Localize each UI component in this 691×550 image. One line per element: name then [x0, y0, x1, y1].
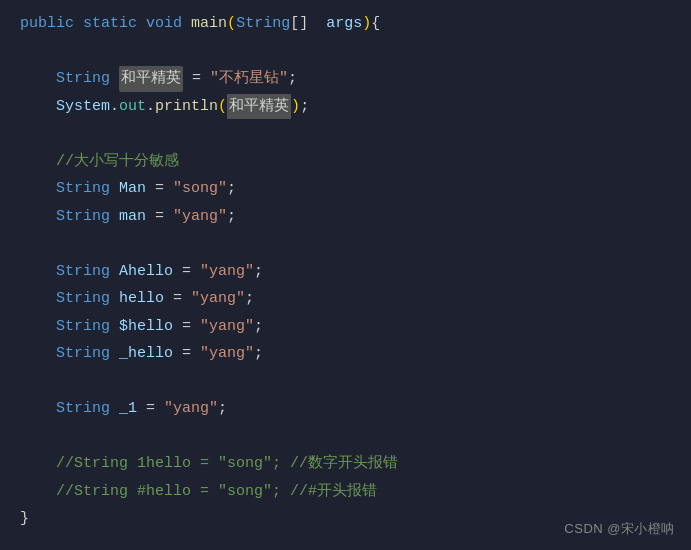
code-line-println: System . out . println ( 和平精英 ) ; — [0, 93, 691, 121]
string-yang-3: "yang" — [191, 286, 245, 312]
string-yang-5: "yang" — [200, 341, 254, 367]
watermark: CSDN @宋小橙呐 — [564, 520, 675, 538]
code-line-blank-2 — [0, 120, 691, 148]
comment-1hello: //String 1hello = "song"; //数字开头报错 — [56, 451, 398, 477]
comment-hashello: //String #hello = "song"; //#开头报错 — [56, 479, 377, 505]
code-line-comment-case: //大小写十分敏感 — [0, 148, 691, 176]
string-song-1: "song" — [173, 176, 227, 202]
code-line-blank-1 — [0, 38, 691, 66]
string-yang-4: "yang" — [200, 314, 254, 340]
var-heping: 和平精英 — [119, 66, 183, 92]
var-Ahello: Ahello — [119, 259, 173, 285]
code-container: public static void main ( String [] args… — [0, 0, 691, 550]
code-line-blank-4 — [0, 368, 691, 396]
class-system: System — [56, 94, 110, 120]
method-main: main — [191, 11, 227, 37]
keyword-public: public — [20, 11, 74, 37]
code-line-blank-3 — [0, 230, 691, 258]
var-man: man — [119, 204, 146, 230]
code-line-man: String man = "yang" ; — [0, 203, 691, 231]
code-line-underscore1: String _1 = "yang" ; — [0, 395, 691, 423]
code-line-comment-1hello: //String 1hello = "song"; //数字开头报错 — [0, 450, 691, 478]
string-yang-2: "yang" — [200, 259, 254, 285]
keyword-void: void — [146, 11, 182, 37]
var-underscore1: _1 — [119, 396, 137, 422]
code-line-underscorello: String _hello = "yang" ; — [0, 340, 691, 368]
code-line-blank-5 — [0, 423, 691, 451]
code-line-1: public static void main ( String [] args… — [0, 10, 691, 38]
var-dollarhello: $hello — [119, 314, 173, 340]
string-yang-6: "yang" — [164, 396, 218, 422]
code-line-heping: String 和平精英 = "不朽星钻" ; — [0, 65, 691, 93]
var-underscorello: _hello — [119, 341, 173, 367]
code-line-comment-hashello: //String #hello = "song"; //#开头报错 — [0, 478, 691, 506]
var-hello: hello — [119, 286, 164, 312]
comment-case: //大小写十分敏感 — [56, 149, 179, 175]
string-val-1: "不朽星钻" — [210, 66, 288, 92]
field-out: out — [119, 94, 146, 120]
type-string: String — [236, 11, 290, 37]
code-line-Man: String Man = "song" ; — [0, 175, 691, 203]
code-line-Ahello: String Ahello = "yang" ; — [0, 258, 691, 286]
code-line-hello: String hello = "yang" ; — [0, 285, 691, 313]
var-heping-ref: 和平精英 — [227, 94, 291, 120]
keyword-static: static — [83, 11, 137, 37]
var-Man: Man — [119, 176, 146, 202]
code-line-dollarhello: String $hello = "yang" ; — [0, 313, 691, 341]
param-args: args — [326, 11, 362, 37]
method-println: println — [155, 94, 218, 120]
string-yang-1: "yang" — [173, 204, 227, 230]
